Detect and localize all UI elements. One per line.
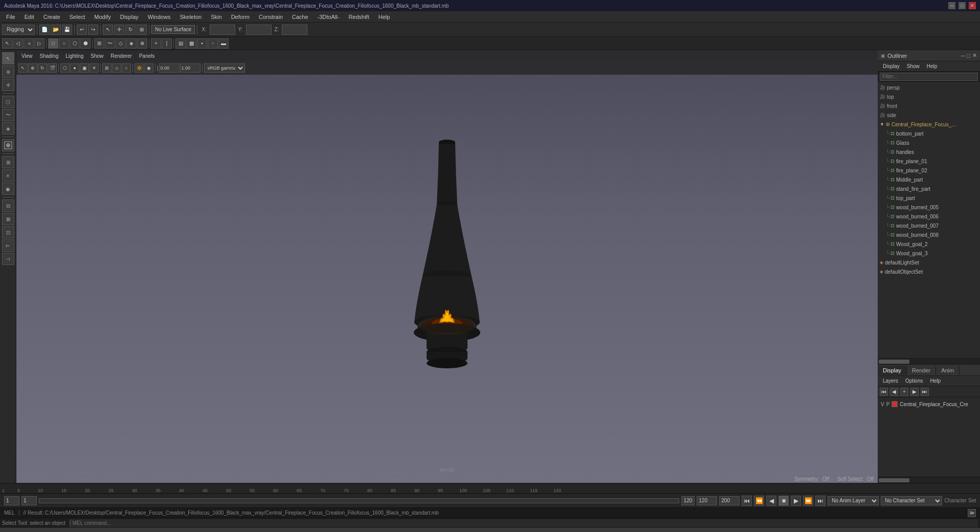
tab-anim[interactable]: Anim: [936, 366, 960, 375]
tree-item-wood-goal-3[interactable]: └ ⊡ Wood_goal_3: [878, 249, 980, 258]
layer-play-back-btn[interactable]: ⏮: [880, 388, 888, 396]
gamma-selector[interactable]: sRGB gamma: [204, 63, 245, 73]
stop-btn[interactable]: ■: [778, 496, 789, 506]
menu-3dtoall[interactable]: -3DtoAll-: [314, 13, 344, 21]
bottom-panel-scrollbar[interactable]: [878, 477, 980, 483]
tree-item-bottom-part[interactable]: └ ⊡ bottom_part: [878, 129, 980, 138]
current-frame-input[interactable]: [4, 496, 19, 505]
menu-select[interactable]: Select: [65, 13, 90, 21]
menu-file[interactable]: File: [2, 13, 19, 21]
polygon-tool[interactable]: ⬡: [2, 96, 14, 108]
vp-wireframe-btn[interactable]: ⬡: [60, 63, 70, 73]
outliner-maximize-btn[interactable]: □: [967, 52, 970, 59]
outliner-menu-help[interactable]: Help: [924, 63, 941, 70]
viewport-menu-lighting[interactable]: Lighting: [62, 53, 86, 59]
tab-display[interactable]: Display: [878, 366, 907, 375]
menu-cache[interactable]: Cache: [288, 13, 313, 21]
layer-tool[interactable]: ≡: [2, 169, 14, 182]
go-to-end-btn[interactable]: ⏭: [815, 496, 826, 506]
menu-windows[interactable]: Windows: [144, 13, 175, 21]
misc-tool-5[interactable]: ⊣: [2, 253, 14, 265]
plus-button[interactable]: +: [151, 38, 161, 49]
menu-skin[interactable]: Skin: [207, 13, 226, 21]
misc-tool-2[interactable]: ⊠: [2, 213, 14, 225]
viewport-menu-view[interactable]: View: [18, 53, 36, 59]
end-frame-input[interactable]: [719, 496, 740, 505]
render-icon-tool[interactable]: [2, 139, 14, 151]
snap-live-button[interactable]: ⊕: [137, 38, 147, 49]
outliner-scrollbar[interactable]: [878, 358, 980, 364]
edge-select-button[interactable]: ⬡: [70, 38, 80, 49]
menu-display[interactable]: Display: [116, 13, 143, 21]
tree-item-wood-006[interactable]: └ ⊡ wood_burned_006: [878, 212, 980, 221]
outliner-minimize-btn[interactable]: ─: [961, 52, 965, 59]
vp-move-btn[interactable]: ⊕: [28, 63, 37, 73]
tree-item-stand-fire-part[interactable]: └ ⊡ stand_fire_part: [878, 184, 980, 193]
tree-item-fire-plane-01[interactable]: └ ⊡ fire_plane_01: [878, 157, 980, 166]
viewport-menu-panels[interactable]: Panels: [136, 53, 158, 59]
script-editor-btn[interactable]: ≫: [968, 509, 976, 517]
snap-view-button[interactable]: ◈: [126, 38, 137, 49]
vp-texture-btn[interactable]: ▣: [80, 63, 89, 73]
undo-button[interactable]: ↩: [77, 25, 87, 35]
snap-point-button[interactable]: ◇: [116, 38, 126, 49]
bottom-menu-help[interactable]: Help: [927, 378, 944, 384]
grid-tool[interactable]: ⊞: [2, 156, 14, 168]
play-fwd-btn[interactable]: ▶: [791, 496, 801, 506]
layer-color-swatch[interactable]: [892, 401, 898, 407]
step-fwd-btn[interactable]: ⏩: [803, 496, 813, 506]
tree-item-default-object-set[interactable]: ◈ defaultObjectSet: [878, 267, 980, 276]
layer-back-btn[interactable]: ◀: [890, 388, 898, 396]
tree-item-glass[interactable]: └ ⊡ Glass: [878, 138, 980, 147]
misc-tool-3[interactable]: ⊡: [2, 226, 14, 238]
tree-item-wood-goal-2[interactable]: └ ⊡ Wood_goal_2: [878, 239, 980, 249]
menu-create[interactable]: Create: [39, 13, 64, 21]
paint-tool[interactable]: ⊛: [2, 65, 14, 78]
layer-add-btn[interactable]: +: [900, 388, 908, 396]
playback-slider[interactable]: [39, 498, 679, 503]
snap-curve-button[interactable]: 〜: [105, 38, 115, 49]
mode-selector[interactable]: Rigging: [2, 25, 35, 35]
vp-select-btn[interactable]: ↖: [18, 63, 28, 73]
component-select-button[interactable]: ○: [59, 38, 69, 49]
vp-render-btn[interactable]: 🔆: [135, 63, 144, 73]
vp-smooth-btn[interactable]: ●: [70, 63, 79, 73]
layer-row-main[interactable]: V P Central_Fireplace_Focus_Cre: [880, 400, 978, 409]
misc-tool-1[interactable]: ⊟: [2, 199, 14, 212]
vp-isolate-btn[interactable]: ◉: [144, 63, 153, 73]
bottom-menu-options[interactable]: Options: [902, 378, 926, 384]
brush-button[interactable]: ▷: [34, 38, 44, 49]
snap-grid-button[interactable]: ⊞: [94, 38, 104, 49]
play-back-btn[interactable]: ◀: [766, 496, 776, 506]
vp-value2-input[interactable]: [180, 63, 201, 73]
tab-render[interactable]: Render: [907, 366, 936, 375]
lasso-select-button[interactable]: ◃: [24, 38, 34, 49]
minimize-button[interactable]: ─: [948, 2, 955, 9]
viewport-menu-renderer[interactable]: Renderer: [107, 53, 135, 59]
select-tool-button[interactable]: ↖: [103, 25, 113, 35]
tree-item-wood-005[interactable]: └ ⊡ wood_burned_005: [878, 203, 980, 212]
save-scene-button[interactable]: 💾: [62, 25, 72, 35]
viewport-menu-show[interactable]: Show: [87, 53, 106, 59]
component-tool-5[interactable]: ▬: [218, 38, 229, 49]
component-tool-3[interactable]: ▪: [197, 38, 207, 49]
move-tool-button[interactable]: ✛: [114, 25, 124, 35]
layer-play-fwd-btn[interactable]: ⏭: [921, 388, 929, 396]
vp-light-btn[interactable]: ☀: [90, 63, 99, 73]
outliner-menu-show[interactable]: Show: [904, 63, 923, 70]
component-tool-2[interactable]: ▩: [186, 38, 196, 49]
go-to-start-btn[interactable]: ⏮: [742, 496, 752, 506]
paint-select-button[interactable]: ◁: [13, 38, 23, 49]
maximize-button[interactable]: □: [959, 2, 966, 9]
tree-item-fire-plane-02[interactable]: └ ⊡ fire_plane_02: [878, 166, 980, 175]
step-back-btn[interactable]: ⏪: [754, 496, 764, 506]
menu-redshift[interactable]: Redshift: [344, 13, 373, 21]
layer-forward-btn[interactable]: ▶: [910, 388, 919, 396]
select-mode-button[interactable]: ↖: [2, 38, 12, 49]
component-tool-1[interactable]: ▤: [175, 38, 186, 49]
select-tool[interactable]: ↖: [2, 52, 14, 64]
new-scene-button[interactable]: 📄: [39, 25, 50, 35]
vp-grid-btn[interactable]: ⊞: [102, 63, 112, 73]
vp-xray-btn[interactable]: ○: [122, 63, 131, 73]
tree-item-top-part[interactable]: └ ⊡ top_part: [878, 193, 980, 203]
